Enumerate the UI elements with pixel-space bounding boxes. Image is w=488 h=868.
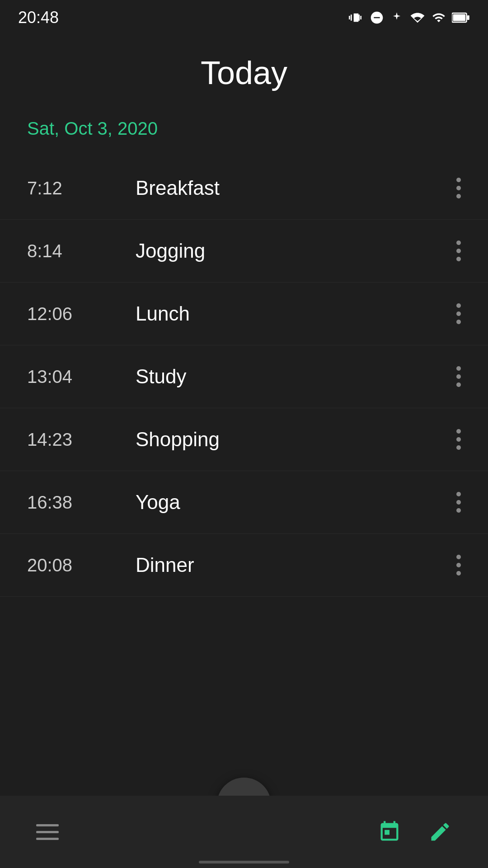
dot-icon: [456, 186, 461, 190]
edit-icon[interactable]: [428, 820, 452, 844]
event-item[interactable]: 16:38 Yoga: [0, 471, 488, 534]
dot-icon: [456, 366, 461, 371]
event-name: Lunch: [136, 302, 190, 325]
status-icons: [349, 10, 470, 25]
svg-rect-2: [467, 15, 469, 20]
event-name: Yoga: [136, 491, 180, 514]
event-more-button[interactable]: [452, 487, 465, 517]
dot-icon: [456, 257, 461, 261]
event-info: 14:23 Shopping: [27, 428, 220, 451]
status-time: 20:48: [18, 8, 59, 27]
wifi-icon: [409, 11, 426, 24]
event-time: 14:23: [27, 429, 99, 450]
menu-button[interactable]: [36, 824, 59, 840]
dot-icon: [456, 374, 461, 379]
events-list: 7:12 Breakfast 8:14 Jogging 12:06 Lunch: [0, 148, 488, 606]
date-section: Sat, Oct 3, 2020: [0, 105, 488, 148]
event-name: Dinner: [136, 554, 194, 576]
event-time: 16:38: [27, 492, 99, 513]
event-name: Shopping: [136, 428, 220, 451]
event-name: Jogging: [136, 240, 205, 262]
event-info: 16:38 Yoga: [27, 491, 180, 514]
dot-icon: [456, 311, 461, 316]
event-time: 12:06: [27, 304, 99, 324]
dot-icon: [456, 241, 461, 245]
dot-icon: [456, 249, 461, 253]
dot-icon: [456, 429, 461, 434]
event-item[interactable]: 14:23 Shopping: [0, 408, 488, 471]
event-time: 8:14: [27, 241, 99, 261]
dot-icon: [456, 571, 461, 576]
dot-icon: [456, 492, 461, 496]
event-info: 8:14 Jogging: [27, 240, 205, 262]
event-name: Breakfast: [136, 177, 220, 199]
status-bar: 20:48: [0, 0, 488, 32]
current-date: Sat, Oct 3, 2020: [27, 118, 158, 138]
event-info: 13:04 Study: [27, 365, 187, 388]
bottom-bar: [0, 796, 488, 868]
signal-icon: [432, 11, 446, 24]
dot-icon: [456, 508, 461, 513]
dot-icon: [456, 382, 461, 387]
dot-icon: [456, 178, 461, 182]
dot-icon: [456, 563, 461, 567]
event-info: 7:12 Breakfast: [27, 177, 220, 199]
svg-rect-1: [453, 14, 466, 21]
spark-icon: [390, 11, 403, 24]
event-time: 7:12: [27, 178, 99, 198]
event-info: 12:06 Lunch: [27, 302, 190, 325]
dot-icon: [456, 445, 461, 450]
home-indicator: [199, 861, 289, 863]
event-item[interactable]: 20:08 Dinner: [0, 534, 488, 597]
event-time: 20:08: [27, 555, 99, 576]
dnd-icon: [370, 10, 384, 25]
event-item[interactable]: 13:04 Study: [0, 345, 488, 408]
dot-icon: [456, 437, 461, 442]
dot-icon: [456, 555, 461, 559]
event-more-button[interactable]: [452, 425, 465, 454]
event-more-button[interactable]: [452, 236, 465, 266]
dot-icon: [456, 194, 461, 198]
event-item[interactable]: 7:12 Breakfast: [0, 157, 488, 220]
event-item[interactable]: 8:14 Jogging: [0, 220, 488, 283]
event-more-button[interactable]: [452, 550, 465, 580]
dot-icon: [456, 500, 461, 505]
dot-icon: [456, 303, 461, 308]
nav-right-icons: [378, 820, 452, 844]
event-more-button[interactable]: [452, 362, 465, 392]
event-more-button[interactable]: [452, 173, 465, 203]
page-title: Today: [0, 54, 488, 91]
calendar-icon[interactable]: [378, 820, 401, 844]
event-info: 20:08 Dinner: [27, 554, 194, 576]
header: Today: [0, 32, 488, 105]
event-item[interactable]: 12:06 Lunch: [0, 283, 488, 345]
vibrate-icon: [349, 10, 363, 25]
battery-icon: [452, 11, 470, 24]
dot-icon: [456, 320, 461, 324]
event-time: 13:04: [27, 367, 99, 387]
event-more-button[interactable]: [452, 299, 465, 329]
event-name: Study: [136, 365, 187, 388]
